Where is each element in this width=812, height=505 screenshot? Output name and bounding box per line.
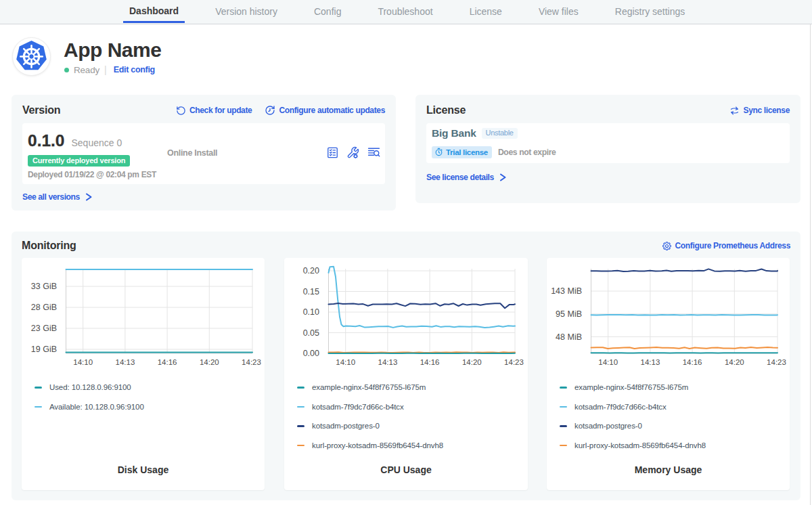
svg-text:14:13: 14:13 [378, 358, 398, 366]
svg-text:0.05: 0.05 [303, 328, 319, 338]
svg-text:14:13: 14:13 [116, 358, 135, 366]
svg-text:14:16: 14:16 [420, 358, 440, 366]
svg-text:14:16: 14:16 [683, 358, 702, 366]
svg-text:0.00: 0.00 [303, 349, 319, 358]
svg-text:14:23: 14:23 [242, 358, 261, 366]
svg-text:0.20: 0.20 [303, 266, 319, 276]
svg-text:48 MiB: 48 MiB [556, 332, 582, 342]
svg-text:95 MiB: 95 MiB [556, 309, 582, 319]
svg-text:14:13: 14:13 [641, 358, 660, 366]
svg-text:14:23: 14:23 [767, 358, 786, 366]
svg-text:14:10: 14:10 [73, 358, 93, 366]
svg-text:14:10: 14:10 [598, 358, 618, 366]
svg-text:143 MiB: 143 MiB [551, 286, 582, 296]
svg-text:14:20: 14:20 [725, 358, 744, 366]
svg-text:14:16: 14:16 [158, 358, 177, 366]
svg-text:14:10: 14:10 [336, 358, 355, 366]
svg-text:28 GiB: 28 GiB [31, 303, 57, 312]
svg-text:19 GiB: 19 GiB [31, 345, 57, 354]
svg-text:33 GiB: 33 GiB [31, 282, 57, 291]
svg-text:23 GiB: 23 GiB [31, 324, 57, 333]
svg-text:0.10: 0.10 [303, 307, 319, 317]
svg-text:14:20: 14:20 [462, 358, 482, 366]
svg-text:14:20: 14:20 [200, 358, 219, 366]
svg-text:14:23: 14:23 [504, 358, 524, 366]
svg-text:0.15: 0.15 [303, 287, 319, 297]
